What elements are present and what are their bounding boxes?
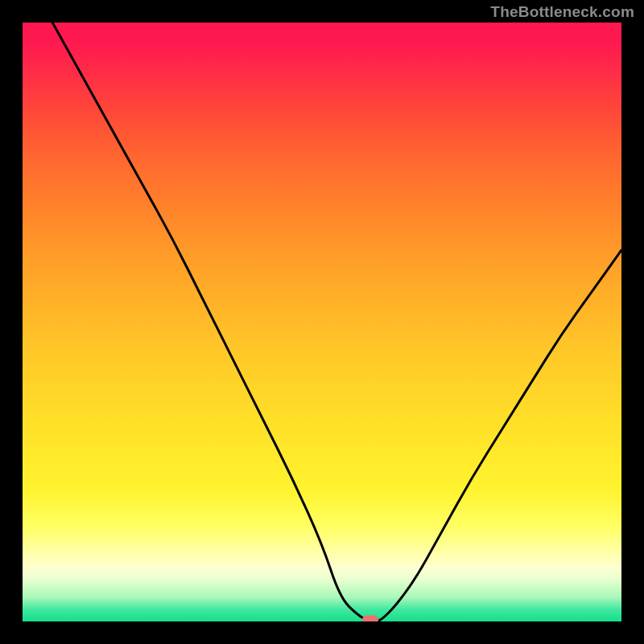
optimum-marker xyxy=(362,616,378,622)
watermark-text: TheBottleneck.com xyxy=(490,3,634,21)
chart-container: TheBottleneck.com xyxy=(0,0,644,644)
plot-area xyxy=(23,23,621,621)
bottleneck-curve xyxy=(23,23,621,621)
curve-line xyxy=(52,23,621,621)
